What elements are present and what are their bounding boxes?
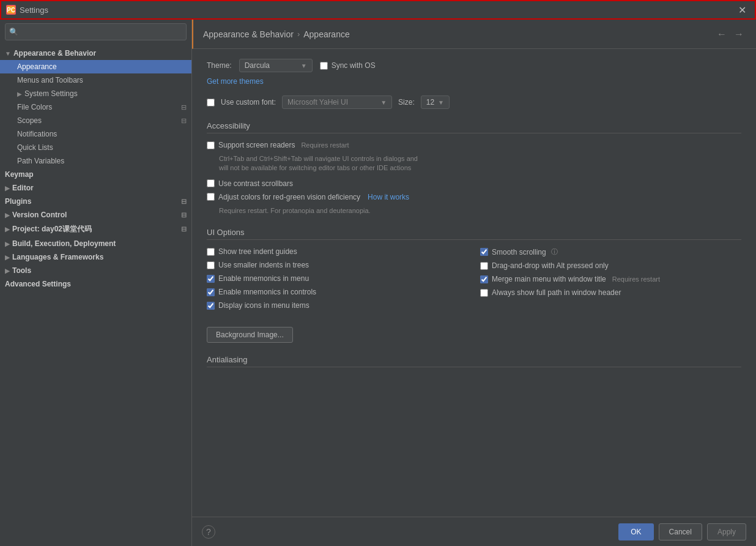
chevron-right-icon: ▶ (5, 226, 10, 233)
screen-readers-row: Support screen readers Requires restart (207, 141, 741, 149)
background-image-button[interactable]: Background Image... (207, 327, 293, 343)
chevron-down-icon: ▼ (380, 99, 387, 106)
size-value: 12 (426, 98, 434, 107)
app-icon: PC (6, 5, 16, 15)
accessibility-section: Accessibility Support screen readers Req… (207, 121, 741, 215)
drag-drop-checkbox[interactable] (480, 262, 488, 270)
sidebar-item-label: Quick Lists (17, 143, 53, 152)
theme-label: Theme: (207, 61, 232, 70)
badge-icon: ⊟ (181, 103, 187, 111)
always-show-path-checkbox[interactable] (480, 289, 488, 297)
sidebar-item-keymap[interactable]: Keymap (0, 168, 191, 181)
sidebar-item-build-execution[interactable]: ▶ Build, Execution, Deployment (0, 237, 191, 250)
sidebar-item-notifications[interactable]: Notifications (0, 127, 191, 141)
badge-icon: ⊟ (181, 198, 187, 206)
search-box[interactable]: 🔍 (5, 23, 187, 40)
enable-mnemonics-menu-checkbox[interactable] (207, 275, 215, 283)
sidebar-item-editor[interactable]: ▶ Editor (0, 181, 191, 195)
close-button[interactable]: ✕ (735, 3, 750, 17)
smaller-indents-label: Use smaller indents in trees (218, 261, 309, 269)
chevron-down-icon: ▼ (5, 50, 11, 57)
breadcrumb-bar: Appearance & Behavior › Appearance ← → (192, 20, 756, 49)
merge-main-menu-restart: Requires restart (612, 275, 660, 283)
chevron-right-icon: ▶ (5, 241, 10, 247)
custom-font-checkbox[interactable] (207, 99, 215, 107)
badge-icon: ⊟ (181, 211, 187, 219)
sidebar-item-appearance[interactable]: Appearance (0, 60, 191, 73)
breadcrumb-separator: › (297, 29, 300, 39)
back-button[interactable]: ← (714, 28, 729, 41)
breadcrumb-parent: Appearance & Behavior (203, 29, 294, 39)
theme-dropdown[interactable]: Darcula ▼ (239, 59, 313, 72)
sidebar-item-file-colors[interactable]: File Colors ⊟ (0, 100, 191, 114)
how-it-works-link[interactable]: How it works (368, 193, 409, 201)
sidebar-item-plugins[interactable]: Plugins ⊟ (0, 195, 191, 208)
font-dropdown[interactable]: Microsoft YaHei UI ▼ (282, 95, 392, 109)
sidebar-item-advanced-settings[interactable]: Advanced Settings (0, 277, 191, 291)
sidebar-item-system-settings[interactable]: ▶ System Settings (0, 87, 191, 100)
sidebar-item-label: Menus and Toolbars (17, 76, 83, 84)
tree-indent-checkbox[interactable] (207, 248, 215, 256)
sync-os-checkbox[interactable] (320, 62, 328, 70)
apply-button[interactable]: Apply (707, 523, 746, 540)
size-dropdown[interactable]: 12 ▼ (421, 95, 450, 109)
sidebar-item-quick-lists[interactable]: Quick Lists (0, 141, 191, 154)
enable-mnemonics-controls-checkbox[interactable] (207, 288, 215, 296)
help-button[interactable]: ? (202, 525, 215, 539)
chevron-down-icon: ▼ (438, 99, 444, 106)
font-row: Use custom font: Microsoft YaHei UI ▼ Si… (207, 95, 741, 109)
screen-readers-hint: Ctrl+Tab and Ctrl+Shift+Tab will navigat… (219, 154, 741, 173)
sync-os-label: Sync with OS (332, 61, 376, 70)
sidebar-item-scopes[interactable]: Scopes ⊟ (0, 114, 191, 127)
chevron-down-icon: ▼ (301, 62, 307, 69)
merge-main-menu-checkbox[interactable] (480, 275, 488, 283)
contrast-scrollbars-checkbox[interactable] (207, 179, 215, 187)
sidebar-item-languages-frameworks[interactable]: ▶ Languages & Frameworks (0, 250, 191, 264)
font-label: Use custom font: (221, 98, 276, 107)
contrast-scrollbars-label: Use contrast scrollbars (218, 179, 293, 188)
color-deficiency-row: Adjust colors for red-green vision defic… (207, 193, 741, 201)
smooth-scrolling-row: Smooth scrolling ⓘ (480, 247, 741, 256)
sidebar-item-label: Editor (12, 184, 34, 192)
get-more-themes-link[interactable]: Get more themes (207, 77, 741, 86)
nav-tree: ▼ Appearance & Behavior Appearance Menus… (0, 44, 191, 546)
sidebar-item-appearance-behavior[interactable]: ▼ Appearance & Behavior (0, 47, 191, 60)
screen-readers-checkbox[interactable] (207, 141, 215, 149)
enable-mnemonics-controls-label: Enable mnemonics in controls (218, 288, 316, 296)
chevron-right-icon: ▶ (5, 267, 10, 274)
window-title: Settings (20, 6, 48, 15)
always-show-path-row: Always show full path in window header (480, 288, 741, 297)
smaller-indents-row: Use smaller indents in trees (207, 261, 468, 269)
drag-drop-label: Drag-and-drop with Alt pressed only (492, 261, 609, 270)
settings-window: PC Settings ✕ 🔍 ▼ Appearance & Behavior … (0, 0, 756, 546)
content-area: 🔍 ▼ Appearance & Behavior Appearance Men… (0, 20, 756, 546)
smaller-indents-checkbox[interactable] (207, 261, 215, 269)
enable-mnemonics-controls-row: Enable mnemonics in controls (207, 288, 468, 296)
sidebar-item-version-control[interactable]: ▶ Version Control ⊟ (0, 208, 191, 222)
sync-os-row: Sync with OS (320, 61, 376, 70)
cancel-button[interactable]: Cancel (659, 523, 702, 540)
sidebar-item-menus-toolbars[interactable]: Menus and Toolbars (0, 73, 191, 87)
smooth-scrolling-label: Smooth scrolling (492, 248, 546, 256)
forward-button[interactable]: → (732, 28, 746, 41)
display-icons-checkbox[interactable] (207, 302, 215, 310)
ok-button[interactable]: OK (618, 523, 653, 540)
search-input[interactable] (21, 28, 182, 36)
smooth-scrolling-checkbox[interactable] (480, 248, 488, 256)
screen-readers-label: Support screen readers (218, 141, 295, 149)
bottom-bar: ? OK Cancel Apply (192, 517, 756, 546)
color-deficiency-checkbox[interactable] (207, 193, 215, 201)
sidebar-item-tools[interactable]: ▶ Tools (0, 264, 191, 277)
merge-main-menu-row: Merge main menu with window title Requir… (480, 275, 741, 283)
sidebar-item-label: Tools (12, 266, 31, 275)
settings-content: Theme: Darcula ▼ Sync with OS Get more t… (192, 49, 756, 517)
theme-row: Theme: Darcula ▼ Sync with OS (207, 59, 741, 72)
titlebar: PC Settings ✕ (0, 0, 756, 20)
size-label: Size: (398, 98, 415, 107)
screen-readers-restart: Requires restart (301, 141, 349, 149)
sidebar-item-label: Notifications (17, 130, 57, 138)
sidebar-item-path-variables[interactable]: Path Variables (0, 154, 191, 168)
sidebar-item-project[interactable]: ▶ Project: day02课堂代码 ⊟ (0, 222, 191, 237)
ui-options-header: UI Options (207, 228, 741, 240)
color-deficiency-hint: Requires restart. For protanopia and deu… (219, 206, 741, 215)
